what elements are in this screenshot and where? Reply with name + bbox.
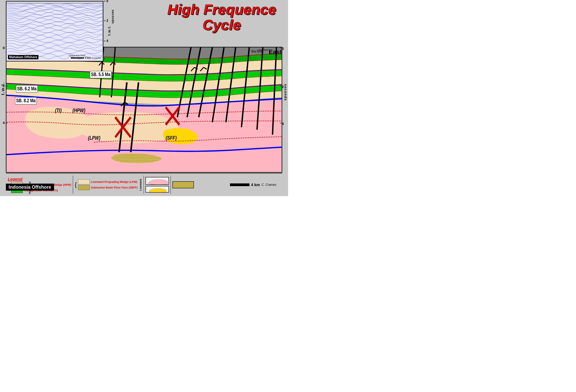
inset-seconds-label: seconds xyxy=(111,10,115,24)
svg-text:(HPW): (HPW) xyxy=(73,107,86,113)
sff-shape-swatch xyxy=(145,186,169,193)
svg-rect-50 xyxy=(173,182,194,188)
lpw-swatch xyxy=(78,179,90,184)
axis-left-0: 0 xyxy=(3,46,5,50)
svg-text:(LPW): (LPW) xyxy=(88,135,100,141)
lpw-label: Lowstand Prograding Wedge (LPW) xyxy=(91,180,137,183)
sbff-label: Submarine Basin Floor Fans (SBFF) xyxy=(91,186,138,189)
lowstand-legend: { Lowstand Prograding Wedge (LPW) xyxy=(75,179,142,191)
sbff-dotted-swatch xyxy=(173,181,194,188)
seafloor-label-main: Sea floor xyxy=(259,48,269,51)
nw-label: NW xyxy=(6,1,12,1)
seconds-label-right: seconds xyxy=(284,84,288,101)
lowstand-brace: { xyxy=(75,182,77,187)
inset-axis: 0 2 4 xyxy=(104,1,112,61)
legend-title: Legend xyxy=(8,177,23,181)
inset-credit: C.Cramez xyxy=(91,57,101,59)
title-line2: Cycle xyxy=(168,17,276,33)
title-block: High Frequence Cycle xyxy=(168,2,276,33)
svg-rect-45 xyxy=(78,185,90,190)
title-line1: High Frequence xyxy=(168,2,276,17)
east-label: East xyxy=(269,48,282,56)
cross-section: SB. 6.2 Ma SB. 5.5 Ma SB. 8.2 Ma (TI) (H… xyxy=(6,47,282,173)
inset-scale-label: 4 km xyxy=(85,56,91,59)
svg-text:SB. 5.5 Ma: SB. 5.5 Ma xyxy=(91,72,110,77)
scale-bar-rect xyxy=(230,183,250,186)
svg-text:SB. 8.2 Ma: SB. 8.2 Ma xyxy=(16,98,36,103)
sbff-swatch xyxy=(78,185,90,190)
axis-left-2: 2 xyxy=(3,84,5,88)
legend-item-sbff: Submarine Basin Floor Fans (SBFF) xyxy=(78,185,138,190)
svg-text:(TI): (TI) xyxy=(55,107,62,113)
se-label: SE xyxy=(98,1,103,1)
seismic-svg xyxy=(6,1,103,61)
svg-text:SB. 6.2 Ma: SB. 6.2 Ma xyxy=(17,86,37,91)
lowstand-stand-label: Lowstand xyxy=(139,179,142,191)
indonesia-label: Indonesia Offshore xyxy=(6,184,54,191)
seismic-inset: NW SE xyxy=(6,1,103,61)
mahakam-label: Mahakam Offshore xyxy=(8,55,38,59)
axis-right-4: 4 xyxy=(282,122,284,126)
scale-bar-main: 4 km C. Cramez xyxy=(230,183,276,187)
main-container: High Frequence Cycle NW SE xyxy=(0,0,288,196)
symbol-swatches xyxy=(145,177,169,193)
lpw-shape-swatch xyxy=(145,177,169,185)
legend-item-lpw: Lowstand Prograding Wedge (LPW) xyxy=(78,179,138,184)
cross-section-svg: SB. 6.2 Ma SB. 5.5 Ma SB. 8.2 Ma (TI) (H… xyxy=(6,47,282,172)
svg-text:(SFF): (SFF) xyxy=(166,135,177,141)
axis-right-0: 0 xyxy=(282,47,284,51)
scale-label: 4 km xyxy=(251,183,260,187)
axis-left-4: 4 xyxy=(3,121,5,125)
cramez-label: C. Cramez xyxy=(261,183,276,186)
